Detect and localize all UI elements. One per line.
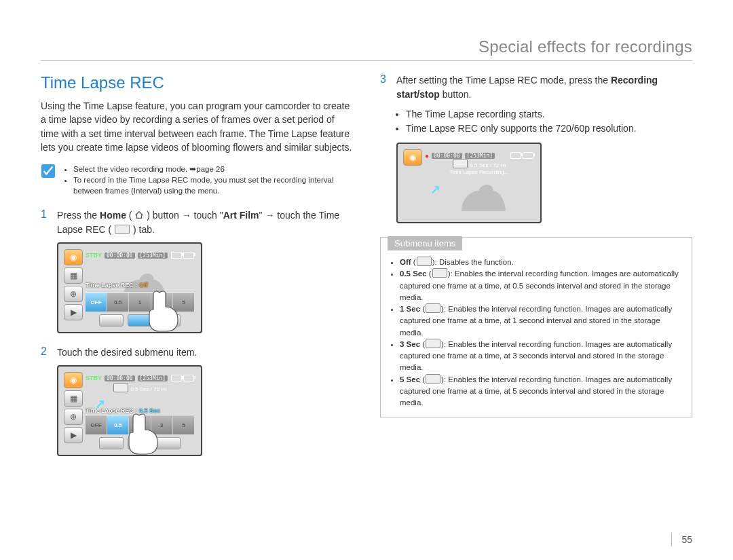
interval-chip-icon — [432, 268, 447, 278]
lcd-screenshot-2: ◉ ▦ ⊕ ▶ STBY 00:00:00 [253Min] 0.5 Sec /… — [57, 365, 202, 456]
submenu-3sec: 3 Sec (): Enables the interval recording… — [400, 339, 682, 374]
battery-icon — [171, 252, 182, 259]
note-box: Select the video recording mode. ➥page 2… — [41, 164, 353, 196]
mode-icon: ◉ — [64, 249, 83, 265]
interval-chip-icon — [426, 339, 440, 348]
note-check-icon — [41, 164, 56, 179]
stby-label: STBY — [86, 252, 102, 259]
lcd-info-line: 0.5 Sec / 72 Hr — [86, 383, 194, 393]
mode-icon: ◉ — [403, 149, 422, 166]
section-title: Special effects for recordings — [478, 37, 692, 56]
time-counter: 00:00:00 — [105, 375, 135, 381]
person-silhouette-icon — [448, 174, 509, 214]
page-number: 55 — [671, 533, 692, 546]
step-number: 3 — [380, 73, 390, 102]
note-item: To record in the Time Lapse REC mode, yo… — [73, 174, 353, 196]
play-icon: ▶ — [64, 304, 83, 320]
content-columns: Time Lapse REC Using the Time Lapse feat… — [41, 73, 692, 468]
tab-icon — [115, 225, 130, 234]
side-icon: ▦ — [64, 390, 83, 407]
time-counter: 00:00:00 — [432, 153, 462, 159]
interval-off: OFF — [86, 415, 107, 434]
interval-05: 0.5 — [107, 293, 129, 312]
submenu-box: Submenu items Off (): Disables the funct… — [380, 237, 692, 417]
arrow-up-icon: ↗ — [430, 182, 440, 197]
step-2: 2 Touch the desired submenu item. — [41, 346, 353, 360]
off-chip-icon — [417, 257, 432, 266]
feature-title: Time Lapse REC — [41, 73, 353, 92]
step-1: 1 Press the Home ( ) button → touch "Art… — [41, 208, 353, 237]
right-column: 3 After setting the Time Lapse REC mode,… — [380, 73, 692, 468]
card-icon — [183, 375, 194, 381]
submenu-off: Off (): Disables the function. — [400, 257, 682, 268]
left-column: Time Lapse REC Using the Time Lapse feat… — [41, 73, 353, 468]
step-2-text: Touch the desired submenu item. — [57, 346, 197, 360]
manual-page: Special effects for recordings Time Laps… — [0, 0, 733, 560]
lcd-screenshot-3: ◉ ● 00:00:00 [253Min] 0.5 Sec / 72 Hr Ti… — [396, 143, 542, 223]
record-dot-icon: ● — [425, 152, 429, 160]
time-counter: 00:00:00 — [105, 253, 135, 259]
interval-chip-icon — [426, 303, 440, 313]
step-1-text: Press the Home ( ) button → touch "Art F… — [57, 208, 353, 237]
remain-label: [253Min] — [465, 153, 495, 159]
mode-icon: ◉ — [64, 372, 83, 388]
lcd-screenshot-1: ◉ ▦ ⊕ ▶ STBY 00:00:00 [253Min] — [57, 242, 202, 333]
zoom-icon: ⊕ — [64, 409, 83, 425]
step-number: 2 — [41, 346, 50, 360]
submenu-05sec: 0.5 Sec (): Enables the interval recordi… — [400, 268, 682, 303]
side-icon: ▦ — [64, 267, 83, 284]
list-item: The Time Lapse recording starts. — [406, 107, 692, 122]
lcd-option-label: Time Lapse REC : Off — [86, 282, 148, 288]
note-list: Select the video recording mode. ➥page 2… — [61, 164, 353, 196]
interval-off: OFF — [86, 293, 107, 312]
note-item: Select the video recording mode. ➥page 2… — [73, 164, 353, 174]
pointing-hand-icon — [124, 409, 164, 456]
interval-chip-icon — [453, 159, 468, 168]
submenu-1sec: 1 Sec (): Enables the interval recording… — [400, 303, 682, 339]
card-icon — [523, 152, 533, 159]
submenu-title: Submenu items — [388, 236, 462, 250]
step-number: 1 — [41, 208, 50, 237]
page-header: Special effects for recordings — [41, 37, 692, 61]
battery-icon — [510, 152, 521, 159]
card-icon — [183, 252, 194, 259]
step-3-text: After setting the Time Lapse REC mode, p… — [396, 73, 692, 102]
interval-5: 5 — [173, 415, 194, 434]
step-3: 3 After setting the Time Lapse REC mode,… — [380, 73, 692, 102]
remain-label: [253Min] — [138, 253, 168, 259]
submenu-list: Off (): Disables the function. 0.5 Sec (… — [400, 257, 682, 409]
remain-label: [253Min] — [138, 375, 168, 381]
interval-chip-icon — [426, 374, 440, 384]
submenu-5sec: 5 Sec (): Enables the interval recording… — [400, 374, 682, 409]
intro-text: Using the Time Lapse feature, you can pr… — [41, 99, 353, 154]
step-3-bullets: The Time Lapse recording starts. Time La… — [396, 107, 692, 136]
pointing-hand-icon — [144, 286, 185, 333]
list-item: Time Lapse REC only supports the 720/60p… — [406, 122, 692, 136]
stby-label: STBY — [86, 375, 102, 381]
interval-chip-icon — [113, 383, 128, 392]
zoom-icon: ⊕ — [64, 286, 83, 302]
play-icon: ▶ — [64, 427, 83, 443]
battery-icon — [171, 375, 182, 381]
home-icon — [134, 210, 144, 219]
